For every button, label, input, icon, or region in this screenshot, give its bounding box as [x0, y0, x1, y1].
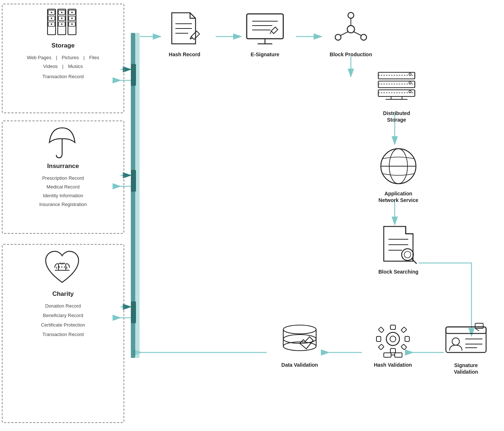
block-searching-icon — [378, 225, 418, 265]
application-network-icon — [378, 146, 418, 186]
svg-rect-100 — [405, 336, 409, 342]
data-validation-icon — [280, 321, 320, 358]
svg-line-64 — [341, 32, 348, 35]
hash-validation-box: Hash Validation — [365, 321, 420, 368]
insurance-item-0: Prescription Record — [2, 175, 124, 181]
insurance-icon-box — [29, 124, 95, 159]
data-validation-label: Data Validation — [281, 362, 318, 368]
svg-rect-88 — [446, 327, 486, 333]
svg-point-38 — [71, 23, 73, 25]
svg-point-29 — [61, 12, 62, 13]
storage-items-row2: Videos | Musics — [2, 63, 124, 69]
svg-rect-104 — [401, 344, 407, 350]
svg-rect-106 — [395, 353, 402, 357]
svg-point-74 — [409, 91, 411, 93]
hash-record-box: Hash Record — [161, 11, 208, 57]
svg-rect-75 — [391, 96, 402, 99]
svg-rect-87 — [446, 327, 486, 333]
svg-rect-102 — [401, 327, 407, 333]
block-production-box: Block Production — [322, 11, 380, 57]
distributed-storage-label: DistributedStorage — [383, 110, 410, 123]
svg-point-95 — [386, 332, 399, 346]
charity-icon — [42, 248, 82, 288]
diagram-container: Storage Web Pages | Pictures | Files Vid… — [0, 0, 504, 431]
storage-icon-box — [29, 7, 95, 38]
svg-point-108 — [283, 325, 316, 334]
charity-item-3: Transaction Record — [2, 331, 124, 337]
svg-rect-51 — [247, 14, 283, 39]
insurance-item-2: Identity Information — [2, 192, 124, 199]
svg-point-24 — [51, 23, 52, 25]
distributed-storage-box: DistributedStorage — [369, 69, 424, 123]
esignature-icon — [245, 11, 285, 47]
application-network-label: ApplicationNetwork Service — [379, 190, 418, 203]
svg-point-31 — [61, 23, 62, 25]
svg-rect-105 — [384, 353, 391, 357]
svg-rect-86 — [446, 327, 486, 352]
svg-point-89 — [452, 338, 459, 345]
block-production-icon — [331, 11, 371, 47]
insurance-title: Insurrance — [2, 163, 124, 170]
svg-point-23 — [51, 18, 52, 19]
charity-item-2: Certificate Protection — [2, 321, 124, 328]
accent-bar-insurance — [131, 170, 136, 192]
insurance-item-3: Insurance Registration — [2, 201, 124, 207]
accent-bar-storage — [131, 64, 136, 86]
svg-point-62 — [361, 34, 367, 40]
svg-point-36 — [71, 12, 73, 13]
svg-point-85 — [404, 251, 411, 258]
svg-rect-97 — [390, 325, 395, 329]
signature-validation-label: SignatureValidation — [454, 362, 478, 375]
signature-validation-icon — [444, 321, 488, 358]
charity-item-0: Donation Record — [2, 302, 124, 309]
hash-record-label: Hash Record — [169, 52, 200, 57]
storage-icon — [44, 7, 80, 38]
insurance-item-1: Medical Record — [2, 183, 124, 190]
svg-rect-103 — [378, 344, 384, 350]
svg-rect-101 — [378, 327, 384, 333]
insurance-icon — [44, 124, 80, 159]
hash-validation-icon — [373, 321, 413, 358]
svg-point-59 — [347, 26, 355, 33]
svg-point-30 — [61, 18, 62, 19]
svg-point-96 — [390, 336, 396, 342]
accent-bar-charity — [131, 301, 136, 323]
distributed-storage-icon — [376, 69, 417, 106]
block-searching-box: Block Searching — [369, 225, 428, 275]
application-network-box: ApplicationNetwork Service — [369, 146, 428, 203]
svg-rect-52 — [247, 14, 283, 39]
charity-icon-box — [29, 248, 95, 288]
charity-item-1: Beneficiary Record — [2, 312, 124, 319]
svg-point-37 — [71, 18, 73, 19]
data-validation-box: Data Validation — [270, 321, 329, 368]
svg-rect-93 — [475, 323, 483, 328]
hash-record-icon — [168, 11, 201, 47]
block-searching-label: Block Searching — [378, 269, 418, 275]
svg-rect-98 — [390, 348, 395, 353]
storage-items-row3: Transaction Record — [2, 73, 124, 80]
esignature-box: E-Signature — [238, 11, 292, 57]
svg-line-58 — [270, 31, 271, 34]
svg-point-61 — [335, 34, 341, 40]
svg-line-65 — [354, 32, 361, 35]
storage-title: Storage — [2, 42, 124, 49]
signature-validation-box: SignatureValidation — [435, 321, 497, 375]
esignature-label: E-Signature — [251, 52, 280, 57]
svg-line-94 — [475, 328, 479, 331]
charity-title: Charity — [2, 290, 124, 298]
block-production-label: Block Production — [330, 52, 372, 57]
hash-validation-label: Hash Validation — [374, 362, 412, 368]
svg-rect-99 — [376, 336, 381, 342]
storage-items-row1: Web Pages | Pictures | Files — [2, 54, 124, 61]
svg-point-71 — [409, 82, 411, 84]
svg-point-60 — [348, 12, 354, 18]
svg-point-22 — [51, 12, 52, 13]
svg-point-68 — [409, 73, 411, 75]
